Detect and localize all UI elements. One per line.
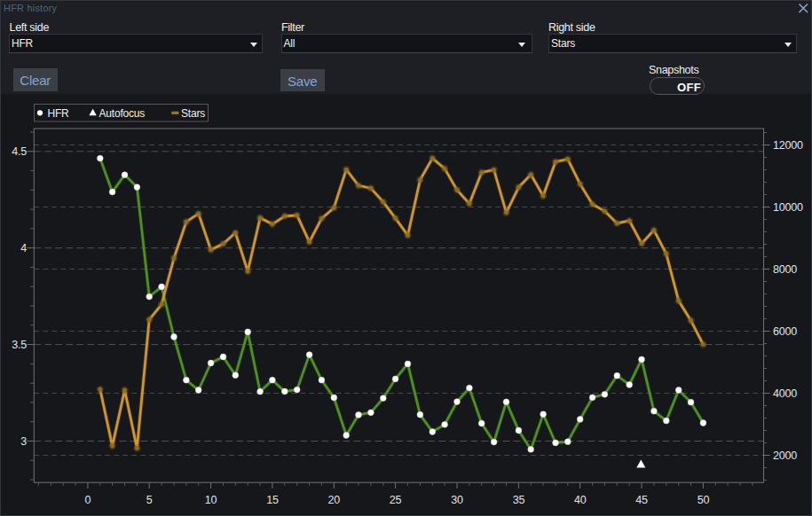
svg-text:5: 5 [146,494,153,506]
svg-text:50: 50 [698,494,710,506]
svg-text:Autofocus: Autofocus [99,107,146,120]
svg-text:Stars: Stars [181,107,205,120]
svg-text:4: 4 [20,242,27,254]
svg-text:3.5: 3.5 [12,339,27,351]
svg-text:2000: 2000 [773,450,797,462]
svg-text:25: 25 [390,494,402,506]
svg-text:4000: 4000 [773,387,797,400]
svg-text:3: 3 [20,435,27,448]
svg-text:35: 35 [513,494,525,506]
svg-text:10: 10 [205,494,217,506]
svg-text:45: 45 [635,494,648,506]
svg-text:15: 15 [266,494,279,506]
svg-text:12000: 12000 [773,139,803,152]
svg-text:8000: 8000 [773,263,797,276]
svg-text:6000: 6000 [773,325,797,338]
svg-text:20: 20 [328,494,341,506]
svg-text:10000: 10000 [773,201,803,214]
svg-text:HFR: HFR [48,107,70,120]
svg-text:30: 30 [451,494,463,506]
svg-text:0: 0 [85,494,91,506]
svg-text:4.5: 4.5 [12,145,27,158]
svg-text:40: 40 [574,494,587,506]
